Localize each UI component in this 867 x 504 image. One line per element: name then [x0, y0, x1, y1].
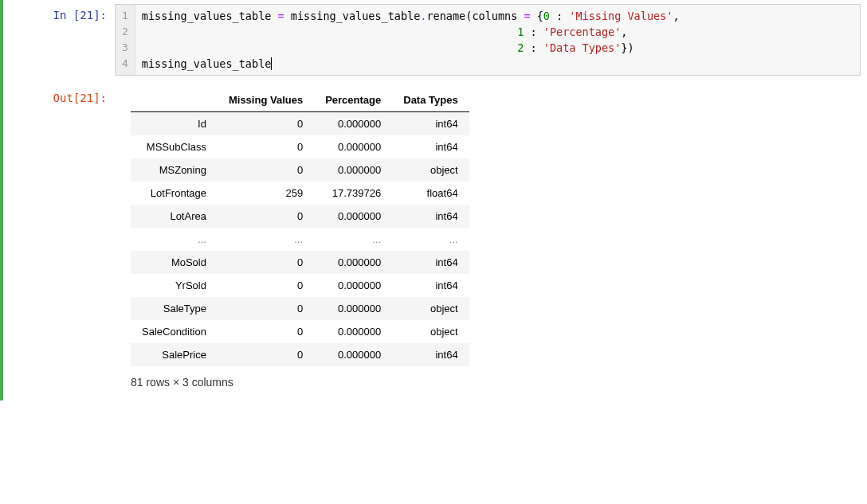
table-header: Missing Values [218, 88, 314, 112]
code-token: missing_values_table [142, 10, 278, 22]
code-token: { [531, 10, 543, 22]
code-token: , [673, 10, 679, 22]
output-row: Out[21]: Missing Values Percentage Data … [3, 87, 867, 397]
code-token: : [524, 41, 543, 54]
code-token: : [524, 25, 543, 38]
row-index: Id [131, 112, 218, 136]
code-token [142, 41, 517, 54]
input-prompt: In [21]: [3, 4, 115, 21]
table-cell: 0.000000 [314, 135, 392, 158]
table-cell: 0 [218, 274, 314, 297]
text-cursor [271, 57, 272, 70]
input-row: In [21]: 1 2 3 4 missing_values_table = … [3, 4, 867, 76]
code-token: 'Missing Values' [569, 10, 673, 22]
code-token: 0 [543, 10, 550, 22]
table-cell: 0.000000 [314, 343, 392, 366]
gutter-line: 1 [122, 8, 128, 24]
table-cell: 0.000000 [314, 205, 392, 228]
table-header-index [131, 88, 218, 112]
row-index: SaleType [131, 297, 218, 320]
table-cell: object [392, 320, 469, 343]
table-cell: 17.739726 [314, 182, 392, 205]
table-row: Id00.000000int64 [131, 112, 469, 136]
code-input-area[interactable]: 1 2 3 4 missing_values_table = missing_v… [115, 4, 861, 76]
table-cell: int64 [392, 274, 469, 297]
dataframe-shape: 81 rows × 3 columns [131, 376, 861, 389]
table-header: Data Types [392, 88, 469, 112]
table-row: SaleCondition00.000000object [131, 320, 469, 343]
table-header-row: Missing Values Percentage Data Types [131, 88, 469, 112]
table-cell: int64 [392, 205, 469, 228]
row-index: SaleCondition [131, 320, 218, 343]
table-row: MSSubClass00.000000int64 [131, 135, 469, 158]
table-row: LotArea00.000000int64 [131, 205, 469, 228]
code-token: = [278, 10, 284, 22]
row-index: MSSubClass [131, 135, 218, 158]
gutter-line: 3 [122, 40, 128, 56]
code-token: missing_values_table [284, 10, 421, 22]
table-cell: 0 [218, 135, 314, 158]
row-index: MSZoning [131, 158, 218, 182]
row-index: ... [131, 228, 218, 251]
table-cell: int64 [392, 343, 469, 366]
code-token: : [550, 10, 569, 22]
table-row: MSZoning00.000000object [131, 158, 469, 182]
table-cell: object [392, 158, 469, 182]
table-cell: ... [392, 228, 469, 251]
table-row: LotFrontage25917.739726float64 [131, 182, 469, 205]
row-index: LotArea [131, 205, 218, 228]
code-token: missing_values_table [142, 57, 272, 70]
row-index: LotFrontage [131, 182, 218, 205]
table-row: MoSold00.000000int64 [131, 251, 469, 274]
table-cell: 0.000000 [314, 158, 392, 182]
code-token: 'Data Types' [543, 41, 622, 54]
table-cell: int64 [392, 135, 469, 158]
table-cell: 0.000000 [314, 274, 392, 297]
code-token: }) [621, 41, 634, 54]
output-prompt: Out[21]: [3, 87, 115, 104]
row-index: MoSold [131, 251, 218, 274]
notebook-cell: In [21]: 1 2 3 4 missing_values_table = … [0, 0, 867, 400]
code-token: rename(columns [426, 10, 524, 22]
table-cell: 0.000000 [314, 251, 392, 274]
output-area: Missing Values Percentage Data Types Id0… [115, 87, 867, 397]
table-cell: float64 [392, 182, 469, 205]
row-index: YrSold [131, 274, 218, 297]
code-token: = [524, 10, 530, 22]
table-row: YrSold00.000000int64 [131, 274, 469, 297]
row-index: SalePrice [131, 343, 218, 366]
dataframe-table: Missing Values Percentage Data Types Id0… [131, 88, 469, 366]
code-token: , [621, 25, 627, 38]
table-cell: int64 [392, 112, 469, 136]
table-cell: 0 [218, 320, 314, 343]
code-editor[interactable]: missing_values_table = missing_values_ta… [135, 5, 860, 75]
table-header: Percentage [314, 88, 392, 112]
table-cell: 259 [218, 182, 314, 205]
code-token [142, 25, 517, 38]
table-row: ............ [131, 228, 469, 251]
gutter-line: 4 [122, 56, 128, 72]
table-cell: 0.000000 [314, 112, 392, 136]
table-cell: 0 [218, 251, 314, 274]
table-cell: 0 [218, 158, 314, 182]
table-cell: ... [314, 228, 392, 251]
table-cell: 0 [218, 205, 314, 228]
code-token: 'Percentage' [543, 25, 622, 38]
table-cell: ... [218, 228, 314, 251]
table-row: SalePrice00.000000int64 [131, 343, 469, 366]
table-cell: object [392, 297, 469, 320]
table-cell: 0 [218, 343, 314, 366]
table-cell: 0 [218, 112, 314, 136]
gutter-line: 2 [122, 24, 128, 40]
table-cell: 0.000000 [314, 297, 392, 320]
table-row: SaleType00.000000object [131, 297, 469, 320]
table-cell: 0 [218, 297, 314, 320]
table-cell: int64 [392, 251, 469, 274]
table-cell: 0.000000 [314, 320, 392, 343]
line-gutter: 1 2 3 4 [116, 5, 135, 75]
